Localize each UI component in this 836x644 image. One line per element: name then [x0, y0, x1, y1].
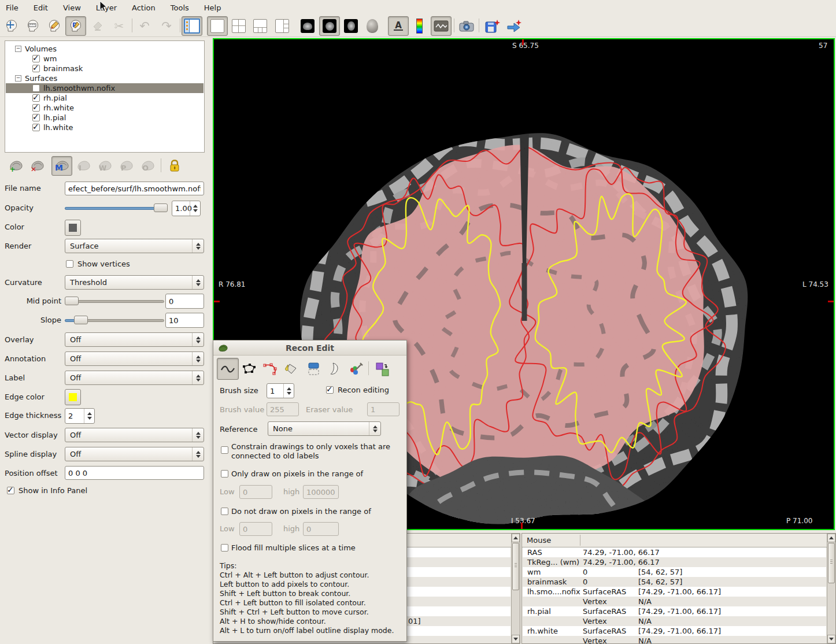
lock-layer-button[interactable] — [164, 156, 185, 176]
curvature-select[interactable]: Threshold — [65, 275, 204, 290]
visibility-checkbox[interactable] — [32, 55, 40, 62]
visibility-checkbox[interactable] — [32, 124, 40, 131]
clone-tool-button[interactable] — [302, 358, 324, 380]
fill-tool-button[interactable] — [281, 358, 303, 380]
tree-section-volumes[interactable]: −Volumes — [6, 44, 204, 54]
recon-edit-tool-button[interactable]: R — [65, 16, 86, 36]
collapse-icon[interactable]: − — [15, 75, 21, 82]
only-draw-low-input[interactable] — [239, 485, 272, 499]
colorpicker-tool-button[interactable] — [345, 358, 367, 380]
load-surface-button[interactable]: + — [6, 156, 27, 176]
polyline-tool-button[interactable] — [238, 358, 260, 380]
slope-slider[interactable] — [65, 314, 164, 327]
opacity-slider[interactable] — [65, 202, 168, 214]
scrollbar-thumb[interactable] — [512, 543, 519, 590]
livewire-tool-button[interactable] — [260, 358, 282, 380]
constrain-checkbox[interactable] — [221, 446, 228, 454]
scroll-down-button[interactable] — [512, 635, 520, 643]
layout-side-button[interactable] — [272, 16, 293, 36]
contour-tool-button[interactable] — [324, 358, 346, 380]
do-not-draw-checkbox[interactable] — [221, 508, 228, 515]
sagittal-view-button[interactable] — [297, 16, 318, 36]
freehand-tool-button[interactable] — [217, 358, 239, 380]
scrollbar-thumb[interactable] — [828, 543, 835, 583]
slider-handle[interactable] — [65, 297, 79, 305]
slider-handle[interactable] — [154, 203, 168, 212]
do-not-draw-low-input[interactable] — [239, 522, 272, 536]
recon-editing-checkbox[interactable] — [326, 386, 334, 394]
cursor-info-scrollbar[interactable] — [511, 534, 520, 643]
3d-view-button[interactable] — [362, 16, 383, 36]
undo-button[interactable]: ↶ — [134, 16, 155, 36]
original-surface-button[interactable]: O — [138, 156, 158, 176]
show-vertices-checkbox[interactable] — [66, 260, 73, 268]
tree-item-wm[interactable]: wm — [6, 54, 204, 64]
main-surface-button[interactable]: M — [51, 156, 72, 176]
time-course-button[interactable] — [431, 16, 452, 36]
only-draw-high-input[interactable] — [303, 485, 339, 499]
voxel-edit-tool-button[interactable] — [44, 16, 65, 36]
vector-display-select[interactable]: Off — [65, 428, 204, 442]
edge-thickness-spinner[interactable] — [65, 408, 95, 424]
do-not-draw-high-input[interactable] — [303, 522, 339, 536]
swap-paste-tool-button[interactable] — [372, 358, 394, 380]
spinner-arrows-icon[interactable] — [283, 384, 294, 398]
spline-display-select[interactable]: Off — [65, 447, 204, 461]
reference-select[interactable]: None — [268, 421, 381, 436]
slider-handle[interactable] — [74, 316, 88, 324]
white-surface-button[interactable]: W — [95, 156, 116, 176]
menu-file[interactable]: File — [6, 3, 19, 12]
eraser-value-input[interactable] — [367, 402, 399, 416]
opacity-spinner[interactable] — [172, 201, 201, 216]
edge-color-swatch[interactable] — [65, 389, 81, 405]
cut-line-tool-button[interactable]: ✂ — [109, 16, 130, 36]
coronal-view-button[interactable] — [319, 16, 340, 36]
visibility-checkbox[interactable] — [32, 114, 40, 121]
unload-surface-button[interactable]: ✕ — [27, 156, 48, 176]
tree-item-brainmask[interactable]: brainmask — [6, 64, 204, 73]
surface-color-swatch[interactable] — [65, 220, 81, 236]
annotation-select[interactable]: Off — [65, 351, 204, 366]
scroll-up-button[interactable] — [827, 534, 835, 542]
tree-item-rh-white[interactable]: rh.white — [6, 103, 204, 113]
measure-tool-button[interactable] — [23, 16, 43, 36]
layout-1x3-button[interactable] — [250, 16, 271, 36]
file-name-input[interactable] — [65, 182, 204, 195]
color-scale-button[interactable] — [409, 16, 430, 36]
screenshot-button[interactable] — [456, 16, 477, 36]
slope-input[interactable] — [165, 313, 204, 328]
tree-item-lh-smoothwm-nofix[interactable]: lh.smoothwm.nofix — [6, 83, 204, 93]
menu-action[interactable]: Action — [132, 3, 156, 12]
label-select[interactable]: Off — [65, 371, 204, 385]
menu-edit[interactable]: Edit — [34, 3, 48, 12]
mid-point-slider[interactable] — [65, 295, 164, 308]
dialog-title-bar[interactable]: Recon Edit — [213, 340, 406, 356]
roi-fill-tool-button[interactable] — [87, 16, 108, 36]
menu-view[interactable]: View — [63, 3, 81, 12]
toggle-control-panel-button[interactable] — [182, 16, 202, 36]
mid-point-input[interactable] — [165, 294, 204, 309]
tree-section-surfaces[interactable]: −Surfaces — [6, 73, 204, 83]
flood-fill-checkbox[interactable] — [221, 544, 228, 552]
scroll-down-button[interactable] — [827, 635, 835, 643]
menu-help[interactable]: Help — [204, 3, 221, 12]
pial-surface-button[interactable]: P — [116, 156, 137, 176]
navigate-tool-button[interactable] — [1, 16, 22, 36]
brush-value-input[interactable] — [267, 402, 299, 416]
tree-item-rh-pial[interactable]: rh.pial — [6, 93, 204, 103]
inflated-surface-button[interactable]: I — [73, 156, 94, 176]
tree-item-lh-pial[interactable]: lh.pial — [6, 113, 204, 123]
mouse-panel-scrollbar[interactable] — [827, 534, 835, 643]
scroll-up-button[interactable] — [512, 534, 520, 542]
visibility-checkbox[interactable] — [32, 104, 40, 112]
visibility-checkbox[interactable] — [32, 94, 40, 102]
spinner-arrows-icon[interactable] — [190, 201, 200, 216]
show-in-info-panel-checkbox[interactable] — [7, 487, 14, 494]
layout-1x1-button[interactable] — [207, 16, 228, 36]
redo-button[interactable]: ↷ — [156, 16, 177, 36]
menu-tools[interactable]: Tools — [171, 3, 189, 12]
axial-view-button[interactable] — [341, 16, 361, 36]
goto-point-button[interactable] — [504, 16, 524, 36]
save-point-set-button[interactable] — [482, 16, 503, 36]
render-select[interactable]: Surface — [65, 239, 204, 253]
